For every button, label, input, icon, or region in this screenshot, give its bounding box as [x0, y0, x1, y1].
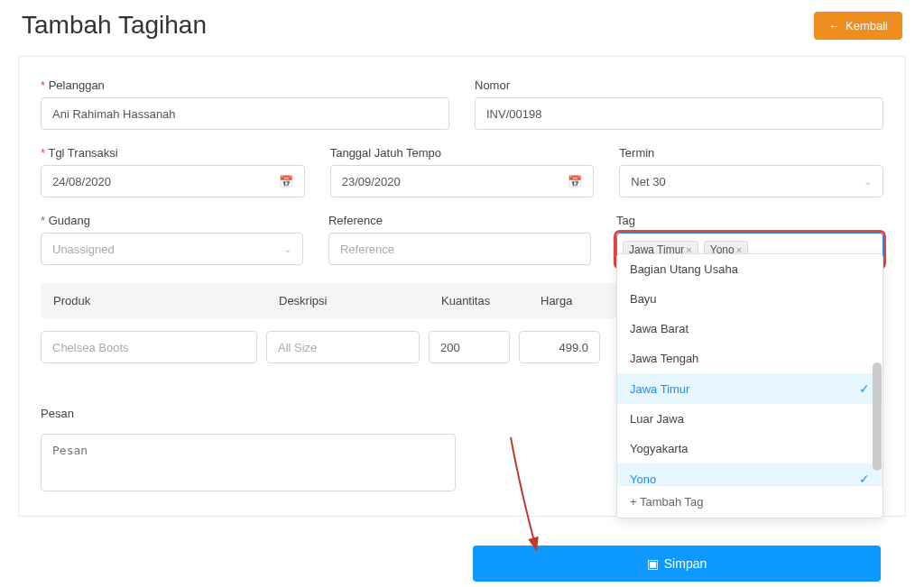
deskripsi-cell[interactable]	[266, 331, 420, 363]
reference-label: Reference	[328, 214, 591, 227]
arrow-left-icon: ←	[828, 19, 840, 32]
tgl-jatuh-label: Tanggal Jatuh Tempo	[330, 146, 595, 160]
tag-option[interactable]: Yogyakarta	[617, 434, 882, 463]
chevron-down-icon: ⌄	[283, 243, 291, 255]
termin-label: Termin	[619, 146, 883, 160]
form-card: Pelanggan Ani Rahimah Hassanah Nomor Tgl…	[18, 56, 906, 517]
check-icon: ✓	[859, 381, 870, 396]
gudang-label: Gudang	[41, 214, 303, 227]
save-label: Simpan	[664, 556, 707, 571]
tag-option[interactable]: Bayu	[617, 284, 882, 314]
tgl-transaksi-label: Tgl Transaksi	[41, 146, 305, 160]
tag-option[interactable]: Jawa Barat	[617, 314, 882, 344]
pesan-label: Pesan	[41, 407, 74, 420]
calendar-icon: 📅	[568, 175, 582, 188]
th-kuantitas: Kuantitas	[441, 294, 541, 307]
check-icon: ✓	[859, 472, 870, 485]
tag-option[interactable]: Jawa Timur✓	[617, 373, 882, 404]
chevron-down-icon: ⌄	[864, 176, 872, 188]
add-tag-option[interactable]: + Tambah Tag	[617, 485, 882, 518]
scrollbar-thumb[interactable]	[873, 362, 882, 471]
tag-dropdown: Bagian Utang UsahaBayuJawa BaratJawa Ten…	[616, 253, 883, 518]
page-title: Tambah Tagihan	[22, 11, 207, 40]
nomor-input[interactable]	[475, 97, 883, 130]
termin-value: Net 30	[631, 175, 665, 188]
plus-icon: +	[630, 495, 640, 509]
th-deskripsi: Deskripsi	[279, 294, 441, 307]
tgl-jatuh-value: 23/09/2020	[342, 175, 401, 188]
produk-cell[interactable]	[41, 331, 257, 363]
reference-input[interactable]	[328, 233, 591, 265]
gudang-value: Unassigned	[52, 243, 115, 256]
pelanggan-value: Ani Rahimah Hassanah	[52, 107, 176, 121]
pesan-textarea[interactable]	[41, 434, 456, 491]
tag-option[interactable]: Jawa Tengah	[617, 344, 882, 373]
tgl-transaksi-value: 24/08/2020	[52, 175, 111, 188]
kuantitas-cell[interactable]	[429, 331, 510, 363]
tgl-jatuh-input[interactable]: 23/09/2020 📅	[330, 165, 595, 197]
calendar-icon: 📅	[279, 175, 293, 188]
tag-option[interactable]: Bagian Utang Usaha	[617, 254, 882, 284]
tgl-transaksi-input[interactable]: 24/08/2020 📅	[41, 165, 305, 197]
gudang-select[interactable]: Unassigned ⌄	[41, 233, 303, 265]
back-button[interactable]: ← Kembali	[814, 12, 902, 40]
back-label: Kembali	[845, 19, 888, 32]
nomor-label: Nomor	[475, 78, 883, 92]
tag-option[interactable]: Luar Jawa	[617, 404, 882, 434]
pelanggan-select[interactable]: Ani Rahimah Hassanah	[41, 97, 449, 130]
th-produk: Produk	[53, 294, 279, 307]
tag-option[interactable]: Yono✓	[617, 463, 882, 485]
tag-label: Tag	[616, 214, 883, 227]
save-icon: ▣	[647, 556, 659, 571]
termin-select[interactable]: Net 30 ⌄	[619, 165, 883, 197]
harga-cell[interactable]	[519, 331, 600, 363]
save-button[interactable]: ▣ Simpan	[473, 546, 881, 582]
pelanggan-label: Pelanggan	[41, 78, 449, 92]
